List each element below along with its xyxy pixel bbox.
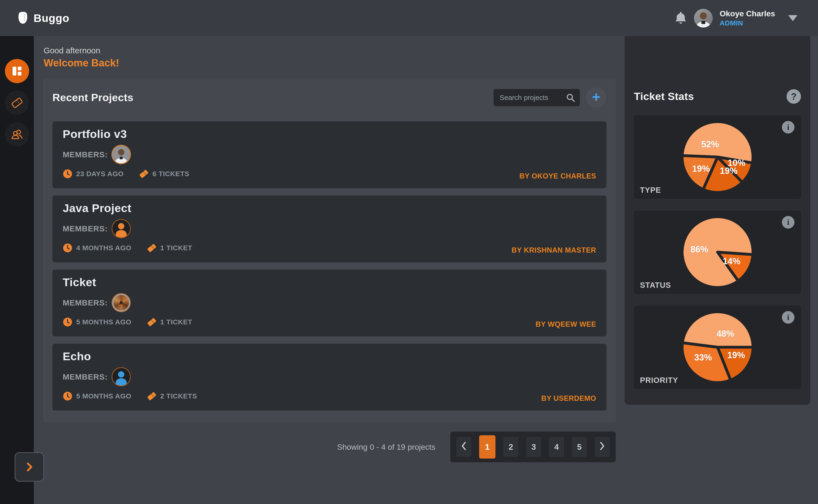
project-row[interactable]: Java ProjectMEMBERS:4 MONTHS AGO1 TICKET…: [52, 195, 606, 262]
info-icon[interactable]: i: [782, 121, 794, 134]
members-label: MEMBERS:: [63, 224, 108, 233]
member-avatar[interactable]: [112, 368, 130, 386]
svg-text:19%: 19%: [692, 164, 710, 174]
project-list: Portfolio v3MEMBERS:23 DAYS AGO6 TICKETS…: [52, 121, 606, 411]
sidebar-item-members[interactable]: [5, 122, 29, 147]
project-updated: 5 MONTHS AGO: [76, 392, 131, 400]
pager-page-5[interactable]: 5: [572, 437, 587, 457]
project-author: BY USERDEMO: [541, 394, 596, 403]
project-row[interactable]: EchoMEMBERS:5 MONTHS AGO2 TICKETSBY USER…: [52, 344, 606, 411]
project-ticket-count: 2 TICKETS: [160, 392, 197, 400]
svg-text:14%: 14%: [722, 256, 740, 266]
clock-icon: [63, 317, 72, 327]
members-label: MEMBERS:: [63, 298, 108, 307]
greeting-line: Good afternoon: [44, 46, 625, 55]
stat-card-type: i52%10%19%19%TYPE: [634, 115, 801, 199]
pager-next-button[interactable]: [595, 437, 610, 457]
member-avatar[interactable]: [112, 146, 130, 163]
member-avatar[interactable]: [112, 294, 130, 312]
ticket-stats-panel: Ticket Stats ? i52%10%19%19%TYPEi14%86%S…: [625, 36, 810, 405]
chevron-left-icon: [461, 442, 467, 452]
projects-controls: +: [494, 87, 606, 108]
sidebar-item-dashboard[interactable]: [5, 59, 29, 83]
ticket-count-icon: [139, 169, 149, 179]
clock-icon: [63, 243, 72, 253]
project-title: Echo: [63, 350, 596, 363]
pager-page-1[interactable]: 1: [479, 435, 495, 459]
notifications-bell-icon[interactable]: [674, 11, 687, 25]
pager-page-4[interactable]: 4: [549, 437, 564, 457]
recent-projects-card: Recent Projects + Portfolio v3MEMBERS:23…: [43, 79, 616, 422]
info-icon[interactable]: i: [782, 216, 794, 229]
app-logo[interactable]: Buggo: [16, 11, 69, 25]
project-title: Portfolio v3: [63, 127, 596, 141]
project-meta: 23 DAYS AGO6 TICKETS: [63, 169, 596, 179]
info-icon[interactable]: i: [782, 311, 794, 324]
user-meta: Okoye Charles ADMIN: [720, 9, 775, 27]
user-role-badge: ADMIN: [720, 19, 775, 27]
ticket-count-icon: [147, 317, 157, 327]
dashboard-icon: [11, 65, 23, 77]
project-author: BY WQEEW WEE: [536, 320, 596, 329]
svg-text:48%: 48%: [716, 329, 734, 339]
project-ticket-count: 1 TICKET: [160, 244, 192, 252]
stat-card-priority: i19%33%48%PRIORITY: [634, 305, 801, 389]
pie-chart: 14%86%: [677, 212, 758, 292]
user-avatar[interactable]: [694, 9, 713, 27]
project-row[interactable]: TicketMEMBERS:5 MONTHS AGO1 TICKETBY WQE…: [52, 270, 606, 336]
ticket-stats-title: Ticket Stats: [634, 90, 694, 103]
topbar-right: Okoye Charles ADMIN: [674, 9, 797, 27]
pie-chart: 52%10%19%19%: [677, 117, 758, 197]
sidebar: [0, 36, 34, 504]
stat-card-status: i14%86%STATUS: [634, 210, 801, 294]
project-meta: 5 MONTHS AGO1 TICKET: [63, 317, 596, 327]
sidebar-nav: [0, 59, 34, 147]
member-avatar[interactable]: [112, 220, 130, 237]
project-author: BY KRISHNAN MASTER: [512, 246, 596, 254]
chevron-right-icon: [599, 442, 605, 452]
pager-page-3[interactable]: 3: [526, 437, 541, 457]
ticket-stats-header: Ticket Stats ?: [634, 89, 801, 104]
members-label: MEMBERS:: [63, 150, 108, 159]
project-row[interactable]: Portfolio v3MEMBERS:23 DAYS AGO6 TICKETS…: [52, 121, 606, 188]
pager: 12345: [450, 432, 616, 462]
project-ticket-count: 1 TICKET: [160, 318, 192, 326]
pagination-summary: Showing 0 - 4 of 19 projects: [337, 442, 435, 452]
help-icon[interactable]: ?: [787, 89, 801, 104]
bug-logo-icon: [16, 11, 29, 25]
sidebar-expand-button[interactable]: [15, 452, 44, 482]
members-label: MEMBERS:: [63, 372, 108, 381]
svg-text:19%: 19%: [727, 350, 745, 360]
ticket-count-icon: [147, 243, 157, 253]
pie-chart: 19%33%48%: [677, 307, 758, 387]
ticket-icon: [11, 96, 23, 109]
project-meta: 5 MONTHS AGO2 TICKETS: [63, 391, 596, 401]
sidebar-item-tickets[interactable]: [5, 91, 29, 115]
project-ticket-count: 6 TICKETS: [152, 170, 189, 178]
topbar: Buggo Okoye Charles ADMIN: [0, 0, 818, 36]
user-menu-caret-icon[interactable]: [788, 15, 797, 21]
svg-text:33%: 33%: [694, 353, 712, 362]
project-updated: 5 MONTHS AGO: [76, 318, 131, 326]
project-search: [494, 89, 580, 106]
stat-card-label: STATUS: [640, 281, 671, 290]
recent-projects-header: Recent Projects +: [52, 87, 606, 108]
project-author: BY OKOYE CHARLES: [519, 172, 596, 180]
app-name: Buggo: [34, 12, 69, 24]
add-project-button[interactable]: +: [586, 87, 606, 108]
search-icon[interactable]: [566, 93, 575, 102]
main-content: Good afternoon Welcome Back! Recent Proj…: [34, 36, 625, 462]
clock-icon: [63, 391, 72, 401]
stat-card-label: TYPE: [640, 186, 661, 195]
project-members: MEMBERS:: [63, 220, 596, 237]
members-icon: [11, 128, 23, 141]
pager-page-2[interactable]: 2: [503, 437, 518, 457]
project-updated: 23 DAYS AGO: [76, 170, 124, 178]
recent-projects-title: Recent Projects: [52, 92, 134, 104]
user-name: Okoye Charles: [720, 9, 775, 18]
project-updated: 4 MONTHS AGO: [76, 244, 131, 252]
project-members: MEMBERS:: [63, 294, 596, 312]
pagination-bar: Showing 0 - 4 of 19 projects 12345: [43, 432, 616, 462]
pager-prev-button[interactable]: [456, 437, 471, 457]
welcome-title: Welcome Back!: [44, 57, 625, 69]
